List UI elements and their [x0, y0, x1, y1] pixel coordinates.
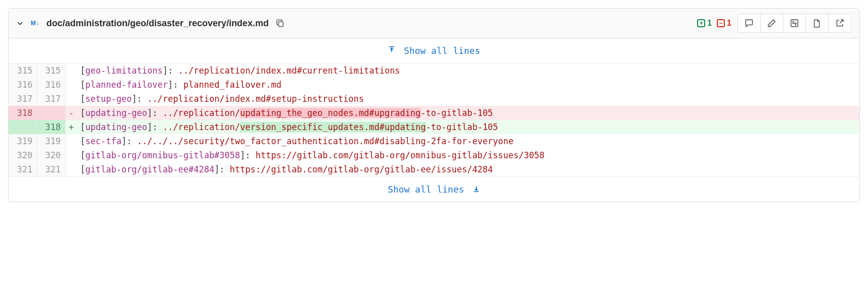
diff-code[interactable]: [updating-geo]: ../replication/updating_… [77, 106, 859, 120]
diff-code[interactable]: [gitlab-org/gitlab-ee#4284]: https://git… [77, 162, 859, 176]
line-number-new[interactable]: 316 [37, 78, 65, 92]
diff-code[interactable]: [setup-geo]: ../replication/index.md#set… [77, 92, 859, 106]
comment-button[interactable] [737, 14, 761, 33]
plus-box-icon: + [697, 19, 705, 27]
minus-box-icon: − [717, 19, 725, 27]
additions-count: + 1 [697, 19, 712, 28]
file-toolbar [737, 14, 851, 33]
line-number-old[interactable] [9, 120, 37, 134]
external-link-button[interactable] [828, 14, 851, 33]
edit-button[interactable] [760, 14, 783, 33]
file-header-left: M↓ doc/administration/geo/disaster_recov… [17, 18, 691, 29]
expand-down-icon [472, 184, 480, 195]
line-number-new[interactable]: 321 [37, 162, 65, 176]
diff-code[interactable]: [gitlab-org/omnibus-gitlab#3058]: https:… [77, 148, 859, 162]
deletions-count: − 1 [717, 19, 731, 28]
line-number-new[interactable]: 320 [37, 148, 65, 162]
line-number-old[interactable]: 320 [9, 148, 37, 162]
svg-rect-0 [279, 22, 283, 27]
diff-line-context: 316316 [planned-failover]: planned_failo… [9, 78, 859, 92]
diff-code[interactable]: [sec-tfa]: ../../../security/two_factor_… [77, 134, 859, 148]
diff-sign [65, 78, 77, 92]
svg-rect-2 [389, 46, 394, 47]
diff-line-context: 320320 [gitlab-org/omnibus-gitlab#3058]:… [9, 148, 859, 162]
diff-stats: + 1 − 1 [697, 19, 731, 28]
diff-line-context: 321321 [gitlab-org/gitlab-ee#4284]: http… [9, 162, 859, 176]
diff-sign [65, 148, 77, 162]
line-number-old[interactable]: 318 [9, 106, 37, 120]
diff-sign [65, 162, 77, 176]
line-number-new[interactable] [37, 106, 65, 120]
line-number-new[interactable]: 318 [37, 120, 65, 134]
line-number-old[interactable]: 315 [9, 64, 37, 78]
expand-bottom-label: Show all lines [388, 184, 464, 195]
diff-code[interactable]: [updating-geo]: ../replication/version_s… [77, 120, 859, 134]
line-number-old[interactable]: 321 [9, 162, 37, 176]
line-number-old[interactable]: 319 [9, 134, 37, 148]
expand-up-icon [388, 45, 396, 56]
diff-table: 315315 [geo-limitations]: ../replication… [9, 64, 859, 176]
additions-number: 1 [707, 19, 712, 28]
diff-sign [65, 64, 77, 78]
diff-line-context: 319319 [sec-tfa]: ../../../security/two_… [9, 134, 859, 148]
diff-sign: + [65, 120, 77, 134]
diff-sign: - [65, 106, 77, 120]
diff-line-context: 317317 [setup-geo]: ../replication/index… [9, 92, 859, 106]
deletions-number: 1 [727, 19, 731, 28]
collapse-toggle[interactable] [17, 20, 24, 27]
svg-rect-3 [474, 191, 479, 192]
view-file-button[interactable] [805, 14, 829, 33]
diff-file: M↓ doc/administration/geo/disaster_recov… [8, 8, 860, 202]
expand-lines-bottom[interactable]: Show all lines [9, 176, 859, 202]
diff-line-addition: 318+[updating-geo]: ../replication/versi… [9, 120, 859, 134]
line-number-new[interactable]: 319 [37, 134, 65, 148]
expand-lines-top[interactable]: Show all lines [9, 38, 859, 64]
line-number-old[interactable]: 317 [9, 92, 37, 106]
diff-code[interactable]: [geo-limitations]: ../replication/index.… [77, 64, 859, 78]
diff-sign [65, 92, 77, 106]
file-header: M↓ doc/administration/geo/disaster_recov… [9, 9, 859, 38]
copy-path-icon[interactable] [276, 19, 285, 28]
line-number-new[interactable]: 317 [37, 92, 65, 106]
diff-code[interactable]: [planned-failover]: planned_failover.md [77, 78, 859, 92]
markdown-badge-icon: M↓ [31, 20, 39, 27]
expand-top-label: Show all lines [404, 45, 480, 56]
diff-line-context: 315315 [geo-limitations]: ../replication… [9, 64, 859, 78]
line-number-old[interactable]: 316 [9, 78, 37, 92]
diff-line-deletion: 318-[updating-geo]: ../replication/updat… [9, 106, 859, 120]
compare-button[interactable] [783, 14, 806, 33]
line-number-new[interactable]: 315 [37, 64, 65, 78]
diff-sign [65, 134, 77, 148]
file-path[interactable]: doc/administration/geo/disaster_recovery… [46, 18, 269, 29]
